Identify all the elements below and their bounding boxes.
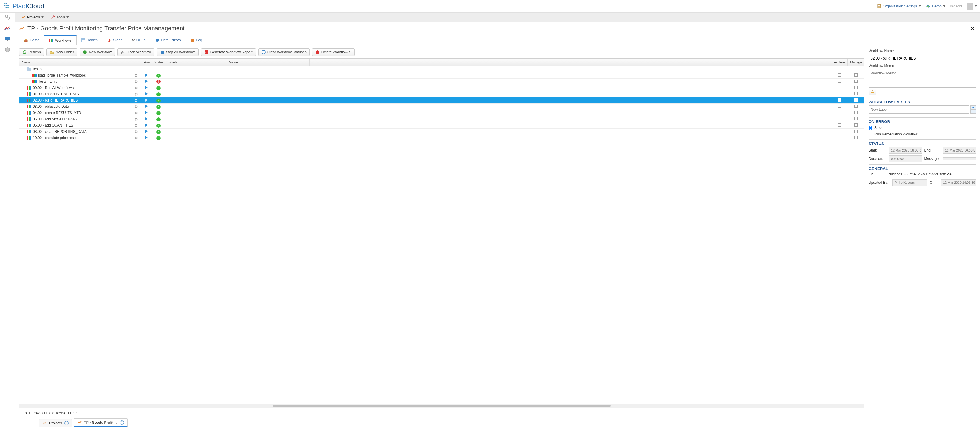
- stop-all-button[interactable]: Stop All Workflows: [157, 48, 199, 56]
- manage-cell[interactable]: [848, 117, 864, 121]
- settings-cell[interactable]: ⚙: [131, 117, 142, 122]
- horizontal-scrollbar[interactable]: [19, 404, 864, 408]
- logo[interactable]: PlaidCloud: [3, 2, 44, 10]
- close-icon[interactable]: ×: [120, 421, 124, 425]
- generate-report-button[interactable]: AGenerate Workflow Report: [201, 48, 256, 56]
- manage-cell[interactable]: [848, 98, 864, 102]
- col-run[interactable]: Run: [142, 59, 152, 66]
- tab-home[interactable]: Home: [19, 35, 44, 45]
- run-cell[interactable]: [142, 136, 152, 140]
- settings-cell[interactable]: ⚙: [131, 73, 142, 78]
- rail-monitor-icon[interactable]: [4, 36, 11, 42]
- tab-data-editors[interactable]: Data Editors: [150, 35, 186, 45]
- explorer-cell[interactable]: [831, 130, 848, 134]
- run-cell[interactable]: [142, 92, 152, 96]
- btab-goods[interactable]: TP - Goods Profit ... ×: [73, 418, 128, 427]
- wf-name-input[interactable]: [869, 55, 976, 62]
- lock-button[interactable]: [869, 89, 877, 95]
- col-manage[interactable]: Manage: [848, 59, 864, 66]
- manage-cell[interactable]: [848, 73, 864, 78]
- workflow-row[interactable]: 05.00 - add MASTER DATA⚙✓: [19, 116, 864, 122]
- col-name[interactable]: Name: [19, 59, 131, 66]
- tab-tables[interactable]: Tables: [76, 35, 102, 45]
- col-labels[interactable]: Labels: [165, 59, 226, 66]
- col-status[interactable]: Status: [152, 59, 165, 66]
- explorer-cell[interactable]: [831, 79, 848, 84]
- rail-toggle[interactable]: [0, 13, 15, 22]
- col-explorer[interactable]: Explorer: [831, 59, 848, 66]
- workflow-row[interactable]: Tests - temp⚙!: [19, 79, 864, 85]
- explorer-cell[interactable]: [831, 117, 848, 121]
- workflow-row[interactable]: 08.00 - clean REPORTING_DATA⚙✓: [19, 129, 864, 135]
- run-cell[interactable]: [142, 105, 152, 109]
- col-gear[interactable]: [131, 59, 142, 66]
- settings-cell[interactable]: ⚙: [131, 86, 142, 90]
- run-cell[interactable]: [142, 86, 152, 90]
- explorer-cell[interactable]: [831, 73, 848, 78]
- run-cell[interactable]: [142, 123, 152, 127]
- new-workflow-button[interactable]: New Workflow: [80, 48, 115, 56]
- rail-shield-icon[interactable]: [4, 46, 11, 53]
- on-error-stop[interactable]: Stop: [869, 125, 976, 130]
- run-cell[interactable]: [142, 73, 152, 78]
- col-memo[interactable]: Memo: [226, 59, 310, 66]
- folder-row[interactable]: −Testing: [19, 66, 864, 72]
- run-cell[interactable]: [142, 130, 152, 134]
- manage-cell[interactable]: [848, 111, 864, 115]
- tree-collapse-icon[interactable]: −: [22, 68, 25, 71]
- rail-chart-icon[interactable]: [4, 25, 11, 32]
- explorer-cell[interactable]: [831, 105, 848, 109]
- clear-statuses-button[interactable]: Clear Workflow Statuses: [258, 48, 310, 56]
- workspace-menu[interactable]: Demo: [926, 4, 945, 9]
- explorer-cell[interactable]: [831, 86, 848, 90]
- run-cell[interactable]: [142, 111, 152, 115]
- user-menu[interactable]: [967, 3, 977, 10]
- run-cell[interactable]: [142, 79, 152, 84]
- workflow-row[interactable]: 00.00 - Run All Workflows⚙✓: [19, 85, 864, 91]
- refresh-button[interactable]: Refresh: [19, 48, 44, 56]
- explorer-cell[interactable]: [831, 136, 848, 140]
- close-page-buttonton[interactable]: ✕: [970, 25, 976, 32]
- label-remove-button[interactable]: −: [970, 110, 976, 114]
- settings-cell[interactable]: ⚙: [131, 105, 142, 109]
- manage-cell[interactable]: [848, 136, 864, 140]
- explorer-cell[interactable]: [831, 92, 848, 96]
- explorer-cell[interactable]: [831, 98, 848, 102]
- manage-cell[interactable]: [848, 92, 864, 96]
- explorer-cell[interactable]: [831, 111, 848, 115]
- new-folder-button[interactable]: New Folder: [46, 48, 77, 56]
- settings-cell[interactable]: ⚙: [131, 98, 142, 103]
- workflow-row[interactable]: 06.00 - add QUANTITIES⚙✓: [19, 122, 864, 129]
- workflow-row[interactable]: 01.00 - import INITIAL_DATA⚙✓: [19, 91, 864, 97]
- tab-workflows[interactable]: Workflows: [44, 35, 76, 45]
- open-workflow-button[interactable]: Open Workflow: [117, 48, 154, 56]
- settings-cell[interactable]: ⚙: [131, 111, 142, 115]
- settings-cell[interactable]: ⚙: [131, 130, 142, 134]
- on-error-remediation[interactable]: Run Remediation Workflow: [869, 132, 976, 137]
- workflow-row[interactable]: 02.00 - build HEIRARCHIES⚙✓: [19, 97, 864, 104]
- org-settings-menu[interactable]: Organization Settings: [877, 4, 921, 9]
- manage-cell[interactable]: [848, 79, 864, 84]
- label-add-button[interactable]: +: [970, 105, 976, 110]
- delete-workflows-button[interactable]: Delete Workflow(s): [312, 48, 355, 56]
- tab-log[interactable]: Log: [186, 35, 207, 45]
- run-cell[interactable]: [142, 117, 152, 121]
- workflow-row[interactable]: 10.00 - calculate price resets⚙✓: [19, 135, 864, 141]
- manage-cell[interactable]: [848, 86, 864, 90]
- manage-cell[interactable]: [848, 130, 864, 134]
- filter-input[interactable]: [80, 410, 157, 416]
- workflow-row[interactable]: 04.00 - create RESULTS_YTD⚙✓: [19, 110, 864, 116]
- workflow-row[interactable]: load_jorge_sample_workbook⚙✓: [19, 72, 864, 79]
- run-cell[interactable]: [142, 98, 152, 102]
- settings-cell[interactable]: ⚙: [131, 79, 142, 84]
- tab-udfs[interactable]: fxUDFs: [127, 35, 150, 45]
- close-icon[interactable]: ×: [64, 421, 68, 425]
- wf-memo-input[interactable]: [869, 70, 976, 87]
- tab-steps[interactable]: Steps: [102, 35, 127, 45]
- manage-cell[interactable]: [848, 105, 864, 109]
- menu-tools[interactable]: Tools: [48, 14, 72, 21]
- settings-cell[interactable]: ⚙: [131, 92, 142, 97]
- settings-cell[interactable]: ⚙: [131, 123, 142, 128]
- btab-projects[interactable]: Projects ×: [39, 419, 72, 427]
- new-label-input[interactable]: [869, 105, 969, 114]
